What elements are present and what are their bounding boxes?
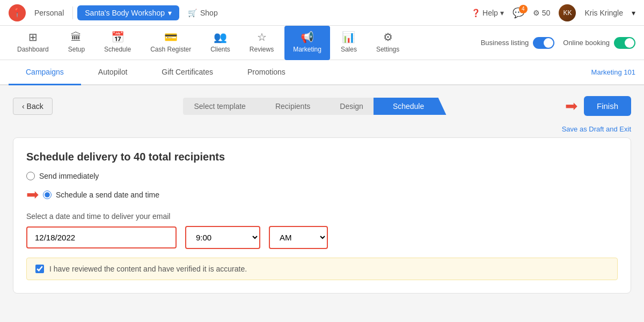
step-bar: ‹ Back Select template Recipients Design… xyxy=(13,96,631,116)
send-immediately-label: Send immediately xyxy=(39,172,99,180)
nav-cash-register-label: Cash Register xyxy=(150,46,191,53)
question-icon: ❓ xyxy=(471,9,480,17)
nav-marketing-label: Marketing xyxy=(293,46,321,53)
send-immediately-radio[interactable] xyxy=(26,172,35,180)
nav-dashboard[interactable]: ⊞ Dashboard xyxy=(9,26,57,60)
username[interactable]: Kris Kringle xyxy=(584,9,623,17)
reviews-icon: ☆ xyxy=(257,31,267,43)
chevron-down-icon: ▾ xyxy=(168,9,172,17)
nav-sales[interactable]: 📊 Sales xyxy=(332,26,365,60)
schedule-title: Schedule delivery to 40 total recipients xyxy=(26,151,618,163)
back-button[interactable]: ‹ Back xyxy=(13,98,53,115)
notification-badge: 4 xyxy=(519,5,528,13)
personal-link[interactable]: Personal xyxy=(30,9,68,17)
nav-reviews[interactable]: ☆ Reviews xyxy=(241,26,282,60)
cash-register-icon: 💳 xyxy=(164,31,178,43)
top-bar: 📍 Personal Santa's Body Workshop ▾ 🛒 Sho… xyxy=(0,0,644,26)
arrow-annotation-icon: ➡ xyxy=(26,186,39,203)
points-button[interactable]: ⚙ 50 xyxy=(533,9,551,17)
schedule-card: Schedule delivery to 40 total recipients… xyxy=(13,137,631,294)
step-select-template[interactable]: Select template xyxy=(183,98,257,115)
top-bar-right: ❓ Help ▾ 💬 4 ⚙ 50 KK Kris Kringle ▾ xyxy=(471,4,635,21)
settings-icon: ⚙ xyxy=(383,31,393,43)
schedule-icon: 📅 xyxy=(111,31,125,43)
nav-schedule[interactable]: 📅 Schedule xyxy=(96,26,140,60)
business-listing-label: Business listing xyxy=(481,39,529,47)
help-button[interactable]: ❓ Help ▾ xyxy=(471,9,504,17)
setup-icon: 🏛 xyxy=(71,31,82,43)
main-nav: ⊞ Dashboard 🏛 Setup 📅 Schedule 💳 Cash Re… xyxy=(0,26,644,60)
step-schedule[interactable]: Schedule xyxy=(374,98,435,115)
cart-icon: 🛒 xyxy=(188,9,197,17)
marketing-101-link[interactable]: Marketing 101 xyxy=(591,61,635,84)
schedule-send-radio[interactable] xyxy=(43,191,52,199)
accuracy-label: I have reviewed the content and have ver… xyxy=(49,265,247,273)
marketing-icon: 📢 xyxy=(301,31,314,43)
workspace-button[interactable]: Santa's Body Workshop ▾ xyxy=(77,5,179,20)
shop-link[interactable]: 🛒 Shop xyxy=(188,9,218,17)
nav-cash-register[interactable]: 💳 Cash Register xyxy=(142,26,200,60)
business-listing-toggle-group: Business listing xyxy=(481,37,555,49)
arrow-right-icon: ➡ xyxy=(565,97,577,115)
nav-clients[interactable]: 👥 Clients xyxy=(202,26,239,60)
send-immediately-option[interactable]: Send immediately xyxy=(26,172,618,180)
online-booking-toggle-group: Online booking xyxy=(563,37,635,49)
workspace-name: Santa's Body Workshop xyxy=(85,9,165,17)
nav-settings-label: Settings xyxy=(376,46,399,53)
ampm-select[interactable]: AM PM xyxy=(269,226,328,249)
nav-settings[interactable]: ⚙ Settings xyxy=(368,26,408,60)
help-chevron-icon: ▾ xyxy=(500,9,504,17)
app-logo: 📍 xyxy=(9,4,26,21)
sales-icon: 📊 xyxy=(342,31,355,43)
nav-sales-label: Sales xyxy=(341,46,357,53)
divider xyxy=(72,6,73,19)
finish-area: ➡ Finish xyxy=(565,96,631,116)
delivery-options: Send immediately ➡ Schedule a send date … xyxy=(26,172,618,203)
clients-icon: 👥 xyxy=(214,31,227,43)
date-time-label: Select a date and time to deliver your e… xyxy=(26,212,618,221)
dashboard-icon: ⊞ xyxy=(28,31,38,43)
nav-clients-label: Clients xyxy=(210,46,230,53)
business-listing-toggle[interactable] xyxy=(533,37,554,49)
online-booking-toggle[interactable] xyxy=(614,37,635,49)
steps-wrapper: Select template Recipients Design Schedu… xyxy=(53,98,565,115)
tabs-bar: Campaigns Autopilot Gift Certificates Pr… xyxy=(0,60,644,85)
nav-schedule-label: Schedule xyxy=(104,46,131,53)
nav-marketing[interactable]: 📢 Marketing xyxy=(284,26,330,60)
tab-promotions[interactable]: Promotions xyxy=(230,60,303,85)
tab-autopilot[interactable]: Autopilot xyxy=(81,60,144,85)
nav-setup[interactable]: 🏛 Setup xyxy=(60,26,93,60)
schedule-send-option[interactable]: Schedule a send date and time xyxy=(43,191,159,199)
avatar: KK xyxy=(559,4,576,21)
finish-button[interactable]: Finish xyxy=(584,96,631,116)
save-draft-container: Save as Draft and Exit xyxy=(13,125,631,133)
nav-reviews-label: Reviews xyxy=(250,46,274,53)
schedule-option-row: ➡ Schedule a send date and time xyxy=(26,186,618,203)
content-area: ‹ Back Select template Recipients Design… xyxy=(0,85,644,304)
date-time-row: 8:00 8:30 9:00 9:30 10:00 AM PM xyxy=(26,226,618,249)
online-booking-label: Online booking xyxy=(563,39,610,47)
points-icon: ⚙ xyxy=(533,9,540,17)
accuracy-checkbox-row: I have reviewed the content and have ver… xyxy=(26,258,618,280)
save-draft-link[interactable]: Save as Draft and Exit xyxy=(562,125,631,133)
nav-right: Business listing Online booking xyxy=(481,37,635,49)
notifications-button[interactable]: 💬 4 xyxy=(513,7,524,19)
nav-setup-label: Setup xyxy=(68,46,85,53)
tab-gift-certificates[interactable]: Gift Certificates xyxy=(144,60,230,85)
accuracy-checkbox[interactable] xyxy=(35,265,44,273)
date-input[interactable] xyxy=(26,226,177,248)
user-chevron-icon: ▾ xyxy=(632,9,635,17)
schedule-send-label: Schedule a send date and time xyxy=(56,191,159,199)
steps: Select template Recipients Design Schedu… xyxy=(183,98,434,115)
nav-dashboard-label: Dashboard xyxy=(17,46,49,53)
time-select[interactable]: 8:00 8:30 9:00 9:30 10:00 xyxy=(185,226,260,249)
tab-campaigns[interactable]: Campaigns xyxy=(9,60,81,85)
